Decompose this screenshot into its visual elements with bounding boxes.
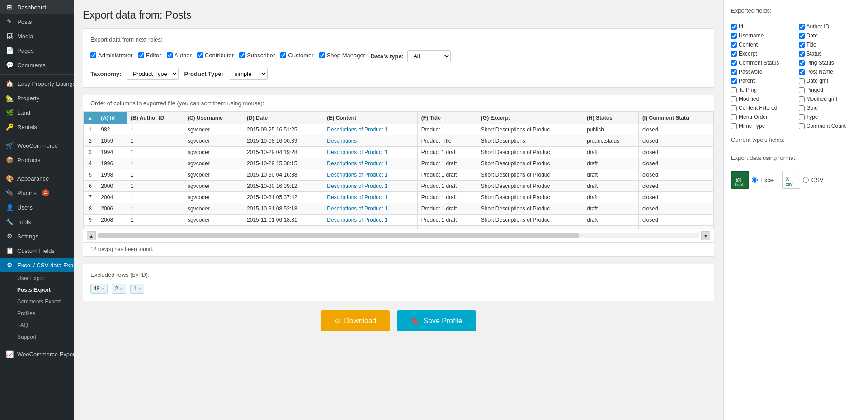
product-type-select[interactable]: simple variable grouped external bbox=[229, 68, 268, 80]
field-author-id[interactable]: Author ID bbox=[799, 23, 861, 30]
field-modified[interactable]: Modified bbox=[731, 96, 793, 102]
field-type[interactable]: Type bbox=[799, 114, 861, 120]
submenu-posts-export[interactable]: Posts Export bbox=[0, 284, 74, 296]
sidebar-item-comments[interactable]: 💬 Comments bbox=[0, 58, 74, 72]
submenu-comments-export[interactable]: Comments Export bbox=[0, 296, 74, 308]
sidebar-item-media[interactable]: 🖼 Media bbox=[0, 29, 74, 43]
sidebar-item-products[interactable]: 📦 Products bbox=[0, 153, 74, 167]
cell-date: 2015-10-31 05:37:42 bbox=[243, 192, 323, 203]
field-guid[interactable]: Guid bbox=[799, 105, 861, 111]
csv-radio[interactable] bbox=[803, 177, 809, 183]
field-pinged[interactable]: Pinged bbox=[799, 87, 861, 93]
sidebar-item-label: Appearance bbox=[17, 175, 49, 182]
scroll-down-arrow[interactable]: ▼ bbox=[701, 231, 710, 240]
submenu-support[interactable]: Support bbox=[0, 331, 74, 343]
submenu-faq[interactable]: FAQ bbox=[0, 319, 74, 331]
tag-remove-2[interactable]: × bbox=[120, 286, 123, 291]
col-excerpt[interactable]: (G) Excerpt bbox=[477, 112, 583, 124]
sidebar-item-settings[interactable]: ⚙ Settings bbox=[0, 229, 74, 243]
exported-fields-title: Exported fields: bbox=[731, 7, 861, 18]
sidebar-item-pages[interactable]: 📄 Pages bbox=[0, 43, 74, 58]
field-to-ping[interactable]: To Ping bbox=[731, 87, 793, 93]
sidebar-item-easy-property[interactable]: 🏠 Easy Property Listings bbox=[0, 76, 74, 91]
sidebar-item-excel-csv[interactable]: ⚙ Excel / CSV data Export bbox=[0, 258, 74, 272]
cell-username: sgvcoder bbox=[184, 158, 243, 169]
field-status[interactable]: Status bbox=[799, 51, 861, 57]
roles-panel-title: Export data from next roles: bbox=[90, 36, 707, 43]
field-date[interactable]: Date bbox=[799, 33, 861, 39]
excel-radio[interactable] bbox=[752, 177, 758, 183]
sidebar-item-plugins[interactable]: 🔌 Plugins 4 bbox=[0, 186, 74, 200]
col-content[interactable]: (E) Content bbox=[323, 112, 417, 124]
role-shop-manager[interactable]: Shop Manager bbox=[319, 52, 365, 59]
field-parent[interactable]: Parent bbox=[731, 78, 793, 84]
sidebar-item-rentals[interactable]: 🔑 Rentals bbox=[0, 120, 74, 134]
field-excerpt[interactable]: Excerpt bbox=[731, 51, 793, 57]
col-sort-indicator[interactable]: ▲ bbox=[84, 112, 97, 124]
col-status[interactable]: (H) Status bbox=[583, 112, 639, 124]
col-title[interactable]: (F) Title bbox=[417, 112, 477, 124]
field-mime-type[interactable]: Mime Type bbox=[731, 123, 793, 129]
role-contributor[interactable]: Contributor bbox=[197, 52, 234, 59]
field-date-gmt[interactable]: Date gmt bbox=[799, 78, 861, 84]
sidebar-item-users[interactable]: 👤 Users bbox=[0, 200, 74, 215]
field-username[interactable]: Username bbox=[731, 33, 793, 39]
submenu-user-export[interactable]: User Export bbox=[0, 272, 74, 284]
roles-row: Administrator Editor Author Contributor … bbox=[90, 48, 707, 62]
sidebar-item-woocommerce[interactable]: 🛒 WooCommerce bbox=[0, 138, 74, 153]
col-author-id[interactable]: (B) Author ID bbox=[127, 112, 184, 124]
role-editor[interactable]: Editor bbox=[138, 52, 161, 59]
sidebar-item-property[interactable]: 🏡 Property bbox=[0, 91, 74, 105]
table-row: 3 1994 1 sgvcoder 2015-10-29 04:19:28 De… bbox=[84, 147, 714, 158]
table-container[interactable]: ▲ (A) Id (B) Author ID (C) Username (D) … bbox=[83, 112, 714, 229]
appearance-icon: 🎨 bbox=[5, 175, 14, 182]
col-username[interactable]: (C) Username bbox=[184, 112, 243, 124]
download-button[interactable]: ⊙ Download bbox=[321, 310, 390, 331]
sidebar-item-appearance[interactable]: 🎨 Appearance bbox=[0, 171, 74, 186]
role-customer[interactable]: Customer bbox=[280, 52, 313, 59]
field-menu-order[interactable]: Menu Order bbox=[731, 114, 793, 120]
tag-remove-48[interactable]: × bbox=[101, 286, 104, 291]
custom-fields-icon: 📋 bbox=[5, 247, 14, 254]
sidebar-item-land[interactable]: 🌿 Land bbox=[0, 105, 74, 120]
sidebar-item-dashboard[interactable]: ⊞ Dashboard bbox=[0, 0, 74, 14]
data-type-select[interactable]: All Published Draft Pending Private bbox=[407, 50, 451, 62]
col-comment[interactable]: (I) Comment Statu bbox=[638, 112, 713, 124]
excluded-panel-title: Excluded rows (by ID): bbox=[90, 271, 707, 278]
sidebar-item-woocommerce-export[interactable]: 📈 WooCommerce Export Data bbox=[0, 347, 74, 361]
taxonomy-select[interactable]: Product Type bbox=[127, 68, 179, 80]
role-administrator[interactable]: Administrator bbox=[90, 52, 133, 59]
tag-remove-1[interactable]: × bbox=[138, 286, 141, 291]
cell-excerpt: Short Descriptions bbox=[477, 135, 583, 147]
sidebar-item-label: Property bbox=[17, 95, 39, 102]
field-title[interactable]: Title bbox=[799, 42, 861, 48]
col-id[interactable]: (A) Id bbox=[97, 112, 127, 124]
field-password[interactable]: Password bbox=[731, 69, 793, 75]
col-date[interactable]: (D) Date bbox=[243, 112, 323, 124]
field-comment-status[interactable]: Comment Status bbox=[731, 60, 793, 66]
field-comment-count[interactable]: Comment Count bbox=[799, 123, 861, 129]
table-body: 1 982 1 sgvcoder 2015-09-25 16:51:25 Des… bbox=[84, 124, 714, 229]
field-modified-gmt[interactable]: Modified gmt bbox=[799, 96, 861, 102]
field-ping-status[interactable]: Ping Status bbox=[799, 60, 861, 66]
field-id[interactable]: Id bbox=[731, 23, 793, 30]
save-profile-button[interactable]: 🔖 Save Profile bbox=[397, 310, 476, 331]
export-format-title: Export data using format: bbox=[731, 154, 861, 165]
role-subscriber[interactable]: Subscriber bbox=[239, 52, 275, 59]
format-csv[interactable]: X CSV CSV bbox=[782, 171, 824, 189]
excel-icon: XL Excel bbox=[731, 171, 749, 189]
sidebar-item-tools[interactable]: 🔧 Tools bbox=[0, 215, 74, 229]
sidebar-item-posts[interactable]: ✎ Posts bbox=[0, 14, 74, 29]
role-author[interactable]: Author bbox=[167, 52, 192, 59]
submenu-profiles[interactable]: Profiles bbox=[0, 308, 74, 319]
sidebar-item-custom-fields[interactable]: 📋 Custom Fields bbox=[0, 243, 74, 258]
format-excel[interactable]: XL Excel Excel bbox=[731, 171, 775, 189]
cell-username: sgvcoder bbox=[184, 215, 243, 226]
field-content-filtered[interactable]: Content Filtered bbox=[731, 105, 793, 111]
svg-text:X: X bbox=[786, 176, 789, 182]
cell-status: draft bbox=[583, 158, 639, 169]
field-content[interactable]: Content bbox=[731, 42, 793, 48]
scroll-up-arrow[interactable]: ▲ bbox=[87, 231, 96, 240]
field-post-name[interactable]: Post Name bbox=[799, 69, 861, 75]
sidebar-item-label: WooCommerce bbox=[17, 142, 58, 149]
